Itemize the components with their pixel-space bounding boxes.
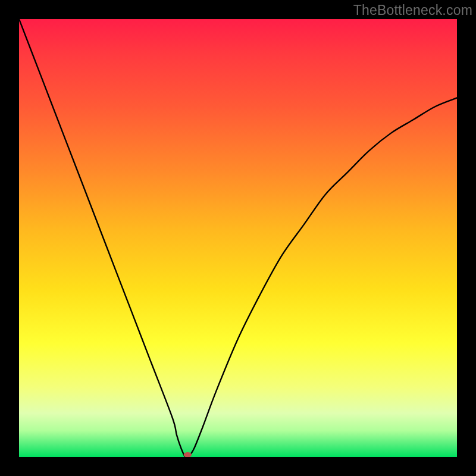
chart-svg-layer bbox=[19, 19, 457, 457]
bottleneck-curve bbox=[19, 19, 457, 457]
chart-frame: TheBottleneck.com bbox=[0, 0, 476, 476]
minimum-marker bbox=[184, 452, 192, 457]
watermark-text: TheBottleneck.com bbox=[353, 2, 472, 18]
